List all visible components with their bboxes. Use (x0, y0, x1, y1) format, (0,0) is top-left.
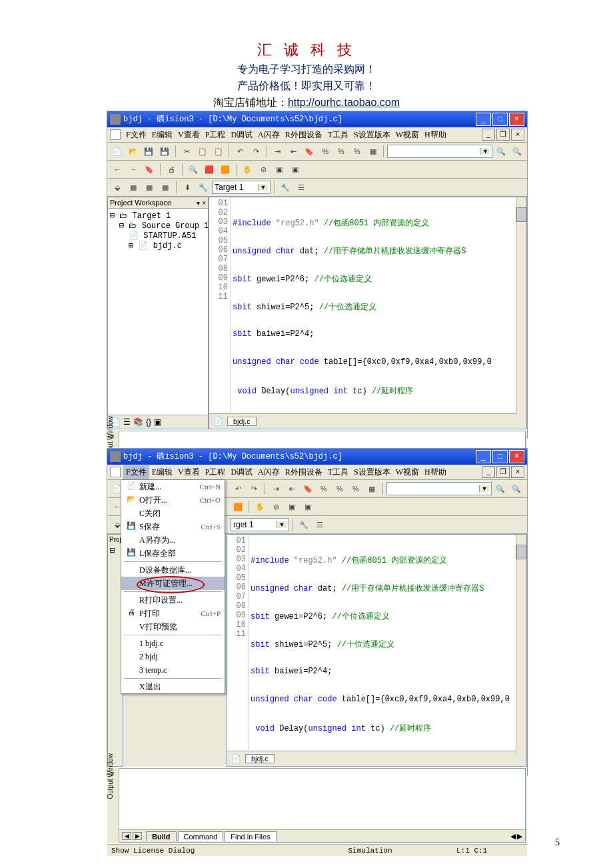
menu-edit[interactable]: E编辑 (149, 465, 175, 479)
file-menu-item[interactable]: C关闭 (121, 507, 225, 520)
tool-icon-2[interactable]: % (334, 144, 348, 159)
file-menu-item[interactable]: X退出 (121, 680, 225, 693)
close-button[interactable]: × (509, 450, 524, 463)
maximize-button[interactable]: □ (492, 450, 508, 463)
ws-tab-books[interactable]: 📚 (133, 417, 143, 427)
bookmark2-icon[interactable]: 🔖 (142, 162, 157, 177)
bookmark-icon[interactable]: 🔖 (303, 144, 317, 159)
menu-view[interactable]: V查看 (175, 465, 203, 479)
undo-icon[interactable]: ↶ (231, 481, 245, 496)
project-tree[interactable]: ⊟ 🗁 Target 1 ⊟ 🗁 Source Group 1 📄 STARTU… (108, 209, 208, 415)
output-tab-find[interactable]: Find in Files (225, 831, 276, 841)
menu-window[interactable]: W视窗 (393, 128, 422, 142)
maximize-button[interactable]: □ (492, 113, 508, 126)
minimize-button[interactable]: _ (476, 450, 491, 463)
options-icon[interactable]: 🔧 (196, 180, 211, 195)
menu-window[interactable]: W视窗 (393, 465, 422, 479)
menu-view[interactable]: V查看 (175, 128, 203, 142)
tool-icon[interactable]: % (318, 144, 332, 159)
file-menu-item[interactable]: 💾S保存Ctrl+S (121, 520, 225, 533)
find-combo[interactable]: ▼ (386, 482, 492, 495)
menu-svcs[interactable]: S设置版本 (351, 128, 393, 142)
file-menu-item[interactable]: 1 bjdj.c (121, 637, 225, 650)
find-next-icon[interactable]: 🔍 (510, 144, 524, 159)
build-all-icon[interactable]: ▦ (142, 180, 157, 195)
new-icon[interactable]: 📄 (110, 144, 125, 159)
step-icon[interactable]: ▣ (272, 162, 287, 177)
tool-icon-3[interactable]: % (350, 144, 364, 159)
file-menu-item[interactable]: D设备数据库... (121, 563, 225, 577)
file-menu-item[interactable]: 3 temp.c (121, 663, 225, 677)
menu-peripherals[interactable]: R外围设备 (283, 128, 325, 142)
paste-icon[interactable]: 📋 (211, 144, 226, 159)
find-combo[interactable]: ▼ (387, 145, 492, 158)
code-editor[interactable]: 0102030405060708091011 #include "reg52.h… (209, 197, 527, 429)
editor-tab[interactable]: bjdj.c (227, 417, 257, 426)
menu-file[interactable]: F文件 (123, 465, 149, 479)
editor-vscroll[interactable] (516, 197, 526, 415)
hand-icon[interactable]: ✋ (240, 162, 255, 177)
file-menu-item[interactable]: 📂O打开...Ctrl+O (121, 493, 225, 507)
tool-icon-4[interactable]: ▦ (366, 144, 380, 159)
minimize-button[interactable]: _ (476, 113, 491, 126)
mdi-minimize[interactable]: _ (482, 129, 495, 141)
mdi-close[interactable]: × (511, 129, 524, 141)
workspace-close-icon[interactable]: ▾ × (197, 199, 206, 207)
menu-tools[interactable]: T工具 (325, 128, 351, 142)
find-icon[interactable]: 🔍 (494, 144, 508, 159)
forward-icon[interactable]: → (126, 162, 141, 177)
outdent-icon[interactable]: ⇤ (287, 144, 301, 159)
build-icon[interactable]: ⬙ (110, 180, 125, 195)
list-icon[interactable]: ☰ (294, 180, 308, 195)
back-icon[interactable]: ← (110, 162, 125, 177)
mdi-restore[interactable]: ❐ (496, 129, 510, 141)
menu-edit[interactable]: E编辑 (149, 128, 175, 142)
print-icon[interactable]: 🖨 (164, 162, 179, 177)
close-button[interactable]: × (509, 113, 524, 126)
menu-svcs[interactable]: S设置版本 (351, 465, 393, 479)
menu-help[interactable]: H帮助 (422, 128, 449, 142)
code-area[interactable]: #include "reg52.h" //包函8051 内部资源的定义 unsi… (249, 535, 526, 751)
output-tab-command[interactable]: Command (178, 831, 224, 841)
options2-icon[interactable]: 🔧 (278, 180, 293, 195)
stop-icon[interactable]: ⊘ (256, 162, 271, 177)
code-editor[interactable]: 0102030405060708091011 #include "reg52.h… (227, 534, 527, 767)
cut-icon[interactable]: ✂ (179, 144, 194, 159)
redo-icon[interactable]: ↷ (247, 481, 261, 496)
file-menu-item[interactable]: R打印设置... (121, 593, 225, 607)
file-menu-item[interactable]: A另存为... (121, 533, 225, 547)
file-menu-item[interactable]: 📄新建...Ctrl+N (121, 480, 225, 493)
save-icon[interactable]: 💾 (142, 144, 157, 159)
menu-peripherals[interactable]: R外围设备 (283, 465, 325, 479)
stop-build-icon[interactable]: ▦ (158, 180, 173, 195)
undo-icon[interactable]: ↶ (233, 144, 247, 159)
menu-help[interactable]: H帮助 (422, 465, 449, 479)
output-tab-build[interactable]: Build (146, 831, 177, 841)
menu-project[interactable]: P工程 (203, 465, 229, 479)
debug-icon[interactable]: 🔍 (186, 162, 201, 177)
bp-icon[interactable]: 🟥 (202, 162, 217, 177)
ws-tab-regs[interactable]: ☰ (123, 417, 131, 427)
file-menu-item[interactable]: 🖨P打印Ctrl+P (121, 607, 225, 620)
file-menu-item[interactable]: M许可证管理... (121, 577, 225, 590)
menu-debug[interactable]: D调试 (228, 465, 255, 479)
code-area[interactable]: #include "reg52.h" //包函8051 内部资源的定义 unsi… (231, 197, 526, 413)
menu-debug[interactable]: D调试 (228, 128, 255, 142)
ws-tab-templ[interactable]: ▣ (154, 417, 161, 427)
ws-tab-func[interactable]: {} (146, 417, 151, 427)
download-icon[interactable]: ⬇ (180, 180, 195, 195)
menu-project[interactable]: P工程 (203, 128, 229, 142)
step2-icon[interactable]: ▣ (288, 162, 303, 177)
rebuild-icon[interactable]: ▦ (126, 180, 141, 195)
open-icon[interactable]: 📂 (126, 144, 141, 159)
menu-flash[interactable]: A闪存 (255, 465, 283, 479)
save-all-icon[interactable]: 💾 (157, 144, 172, 159)
copy-icon[interactable]: 📋 (195, 144, 210, 159)
file-menu-item[interactable]: 💾L保存全部 (121, 547, 225, 560)
target-combo[interactable]: rget 1▼ (231, 518, 289, 531)
menu-tools[interactable]: T工具 (325, 465, 351, 479)
bp2-icon[interactable]: 🟧 (218, 162, 233, 177)
menu-flash[interactable]: A闪存 (255, 128, 283, 142)
indent-icon[interactable]: ⇥ (271, 144, 285, 159)
file-menu-item[interactable]: 2 bjdj (121, 650, 225, 663)
